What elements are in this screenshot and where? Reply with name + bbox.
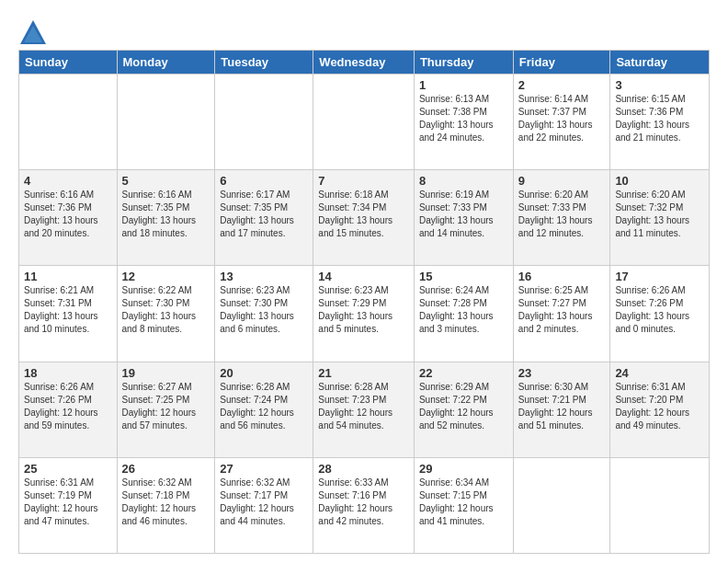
day-number: 15 — [419, 270, 508, 283]
day-info: Sunrise: 6:34 AMSunset: 7:15 PMDaylight:… — [419, 477, 508, 528]
day-info: Sunrise: 6:14 AMSunset: 7:37 PMDaylight:… — [518, 93, 606, 144]
day-info: Sunrise: 6:20 AMSunset: 7:33 PMDaylight:… — [518, 189, 606, 240]
calendar-cell: 13Sunrise: 6:23 AMSunset: 7:30 PMDayligh… — [215, 266, 313, 362]
calendar-week-1: 1Sunrise: 6:13 AMSunset: 7:38 PMDaylight… — [19, 75, 710, 170]
calendar-cell: 7Sunrise: 6:18 AMSunset: 7:34 PMDaylight… — [313, 170, 415, 266]
calendar-cell: 5Sunrise: 6:16 AMSunset: 7:35 PMDaylight… — [117, 170, 215, 266]
calendar-cell: 25Sunrise: 6:31 AMSunset: 7:19 PMDayligh… — [19, 457, 118, 553]
calendar-cell: 23Sunrise: 6:30 AMSunset: 7:21 PMDayligh… — [513, 362, 610, 457]
day-info: Sunrise: 6:17 AMSunset: 7:35 PMDaylight:… — [220, 189, 308, 240]
day-info: Sunrise: 6:19 AMSunset: 7:33 PMDaylight:… — [419, 189, 508, 240]
header — [18, 15, 710, 44]
day-number: 8 — [419, 174, 508, 188]
day-number: 27 — [220, 462, 308, 476]
calendar-cell — [19, 75, 118, 170]
day-info: Sunrise: 6:31 AMSunset: 7:20 PMDaylight:… — [615, 381, 704, 432]
weekday-header-friday: Friday — [513, 51, 610, 75]
day-number: 21 — [318, 366, 409, 380]
calendar-cell: 21Sunrise: 6:28 AMSunset: 7:23 PMDayligh… — [313, 362, 415, 457]
day-number: 10 — [615, 174, 704, 188]
calendar-week-4: 18Sunrise: 6:26 AMSunset: 7:26 PMDayligh… — [19, 362, 710, 457]
calendar-cell: 27Sunrise: 6:32 AMSunset: 7:17 PMDayligh… — [215, 457, 313, 553]
day-info: Sunrise: 6:16 AMSunset: 7:36 PMDaylight:… — [24, 189, 112, 240]
day-number: 26 — [122, 462, 210, 476]
calendar-cell: 4Sunrise: 6:16 AMSunset: 7:36 PMDaylight… — [19, 170, 118, 266]
day-number: 13 — [220, 270, 308, 283]
day-info: Sunrise: 6:26 AMSunset: 7:26 PMDaylight:… — [615, 284, 704, 336]
day-number: 20 — [220, 366, 308, 380]
calendar-cell — [117, 75, 215, 170]
day-info: Sunrise: 6:27 AMSunset: 7:25 PMDaylight:… — [122, 381, 210, 432]
day-info: Sunrise: 6:29 AMSunset: 7:22 PMDaylight:… — [419, 381, 508, 432]
day-number: 16 — [518, 270, 606, 283]
calendar-cell: 11Sunrise: 6:21 AMSunset: 7:31 PMDayligh… — [19, 266, 118, 362]
weekday-header-wednesday: Wednesday — [313, 51, 415, 75]
day-info: Sunrise: 6:23 AMSunset: 7:30 PMDaylight:… — [220, 284, 308, 336]
day-number: 4 — [24, 174, 112, 188]
calendar-cell: 12Sunrise: 6:22 AMSunset: 7:30 PMDayligh… — [117, 266, 215, 362]
day-info: Sunrise: 6:18 AMSunset: 7:34 PMDaylight:… — [318, 189, 409, 240]
calendar-cell: 10Sunrise: 6:20 AMSunset: 7:32 PMDayligh… — [610, 170, 710, 266]
day-info: Sunrise: 6:22 AMSunset: 7:30 PMDaylight:… — [122, 284, 210, 336]
calendar-week-5: 25Sunrise: 6:31 AMSunset: 7:19 PMDayligh… — [19, 457, 710, 553]
calendar-cell: 9Sunrise: 6:20 AMSunset: 7:33 PMDaylight… — [513, 170, 610, 266]
calendar-cell: 18Sunrise: 6:26 AMSunset: 7:26 PMDayligh… — [19, 362, 118, 457]
day-info: Sunrise: 6:33 AMSunset: 7:16 PMDaylight:… — [318, 477, 409, 528]
day-info: Sunrise: 6:16 AMSunset: 7:35 PMDaylight:… — [122, 189, 210, 240]
day-number: 11 — [24, 270, 112, 283]
day-number: 18 — [24, 366, 112, 380]
day-info: Sunrise: 6:30 AMSunset: 7:21 PMDaylight:… — [518, 381, 606, 432]
day-number: 2 — [518, 78, 606, 92]
day-info: Sunrise: 6:31 AMSunset: 7:19 PMDaylight:… — [24, 477, 112, 528]
day-number: 14 — [318, 270, 409, 283]
weekday-header-saturday: Saturday — [610, 51, 710, 75]
calendar-week-3: 11Sunrise: 6:21 AMSunset: 7:31 PMDayligh… — [19, 266, 710, 362]
day-info: Sunrise: 6:20 AMSunset: 7:32 PMDaylight:… — [615, 189, 704, 240]
day-info: Sunrise: 6:32 AMSunset: 7:17 PMDaylight:… — [220, 477, 308, 528]
calendar-cell: 17Sunrise: 6:26 AMSunset: 7:26 PMDayligh… — [610, 266, 710, 362]
calendar-cell — [610, 457, 710, 553]
weekday-header-sunday: Sunday — [19, 51, 118, 75]
weekday-header-tuesday: Tuesday — [215, 51, 313, 75]
calendar-cell: 22Sunrise: 6:29 AMSunset: 7:22 PMDayligh… — [414, 362, 513, 457]
calendar-week-2: 4Sunrise: 6:16 AMSunset: 7:36 PMDaylight… — [19, 170, 710, 266]
calendar-cell: 16Sunrise: 6:25 AMSunset: 7:27 PMDayligh… — [513, 266, 610, 362]
day-info: Sunrise: 6:28 AMSunset: 7:23 PMDaylight:… — [318, 381, 409, 432]
calendar-cell: 2Sunrise: 6:14 AMSunset: 7:37 PMDaylight… — [513, 75, 610, 170]
day-number: 6 — [220, 174, 308, 188]
calendar-cell: 24Sunrise: 6:31 AMSunset: 7:20 PMDayligh… — [610, 362, 710, 457]
day-number: 28 — [318, 462, 409, 476]
weekday-header-monday: Monday — [117, 51, 215, 75]
calendar-table: SundayMondayTuesdayWednesdayThursdayFrid… — [18, 50, 710, 554]
day-number: 17 — [615, 270, 704, 283]
day-number: 7 — [318, 174, 409, 188]
weekday-header-row: SundayMondayTuesdayWednesdayThursdayFrid… — [19, 51, 710, 75]
day-info: Sunrise: 6:32 AMSunset: 7:18 PMDaylight:… — [122, 477, 210, 528]
calendar-cell — [313, 75, 415, 170]
calendar-cell — [513, 457, 610, 553]
calendar-cell: 6Sunrise: 6:17 AMSunset: 7:35 PMDaylight… — [215, 170, 313, 266]
calendar-cell: 3Sunrise: 6:15 AMSunset: 7:36 PMDaylight… — [610, 75, 710, 170]
calendar-cell: 26Sunrise: 6:32 AMSunset: 7:18 PMDayligh… — [117, 457, 215, 553]
day-info: Sunrise: 6:25 AMSunset: 7:27 PMDaylight:… — [518, 284, 606, 336]
day-number: 29 — [419, 462, 508, 476]
calendar-cell: 20Sunrise: 6:28 AMSunset: 7:24 PMDayligh… — [215, 362, 313, 457]
day-number: 25 — [24, 462, 112, 476]
day-info: Sunrise: 6:23 AMSunset: 7:29 PMDaylight:… — [318, 284, 409, 336]
calendar-cell: 8Sunrise: 6:19 AMSunset: 7:33 PMDaylight… — [414, 170, 513, 266]
calendar-cell: 15Sunrise: 6:24 AMSunset: 7:28 PMDayligh… — [414, 266, 513, 362]
day-info: Sunrise: 6:21 AMSunset: 7:31 PMDaylight:… — [24, 284, 112, 336]
day-number: 22 — [419, 366, 508, 380]
calendar-cell — [215, 75, 313, 170]
logo — [18, 18, 48, 44]
day-number: 9 — [518, 174, 606, 188]
day-number: 24 — [615, 366, 704, 380]
day-info: Sunrise: 6:24 AMSunset: 7:28 PMDaylight:… — [419, 284, 508, 336]
logo-icon — [18, 18, 44, 44]
day-number: 23 — [518, 366, 606, 380]
calendar-cell: 19Sunrise: 6:27 AMSunset: 7:25 PMDayligh… — [117, 362, 215, 457]
day-info: Sunrise: 6:28 AMSunset: 7:24 PMDaylight:… — [220, 381, 308, 432]
day-number: 1 — [419, 78, 508, 92]
calendar-cell: 14Sunrise: 6:23 AMSunset: 7:29 PMDayligh… — [313, 266, 415, 362]
day-info: Sunrise: 6:15 AMSunset: 7:36 PMDaylight:… — [615, 93, 704, 144]
